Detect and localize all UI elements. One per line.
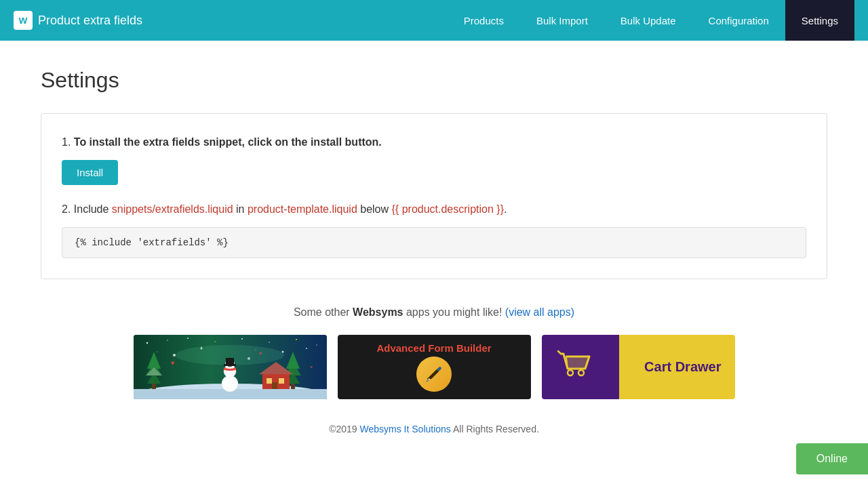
logo-icon: w <box>14 11 33 30</box>
apps-grid: ♥ ♥ ♥ Advanced Form Builder <box>41 335 827 399</box>
svg-text:♥: ♥ <box>310 365 313 369</box>
settings-card: 1. To install the extra fields snippet, … <box>41 113 827 279</box>
svg-point-1 <box>146 342 147 344</box>
svg-point-25 <box>222 375 238 392</box>
svg-rect-19 <box>152 384 156 389</box>
svg-point-9 <box>157 351 157 352</box>
nav-products[interactable]: Products <box>448 0 520 41</box>
step2-liquid-code: {{ product.description }} <box>392 203 504 215</box>
online-button[interactable]: Online <box>796 443 868 474</box>
app-card-holiday[interactable]: ♥ ♥ ♥ <box>134 335 327 399</box>
brand-name: Websyms <box>353 306 403 318</box>
nav-bulk-update[interactable]: Bulk Update <box>604 0 692 41</box>
svg-point-7 <box>296 339 297 340</box>
svg-point-12 <box>306 348 307 349</box>
svg-point-4 <box>214 341 215 342</box>
svg-point-41 <box>281 351 283 353</box>
svg-point-3 <box>187 338 189 339</box>
header: w Product extra fields Products Bulk Imp… <box>0 0 868 41</box>
svg-rect-30 <box>226 358 234 365</box>
company-link[interactable]: Websyms It Solutions <box>360 424 451 434</box>
svg-point-40 <box>248 357 250 360</box>
svg-text:♥: ♥ <box>259 350 262 357</box>
svg-text:♥: ♥ <box>171 359 175 367</box>
svg-rect-31 <box>224 364 236 366</box>
svg-point-39 <box>200 348 202 350</box>
svg-point-5 <box>241 338 242 340</box>
main-nav: Products Bulk Import Bulk Update Configu… <box>448 0 854 41</box>
nav-configuration[interactable]: Configuration <box>692 0 785 41</box>
step2-text: 2. Include snippets/extrafields.liquid i… <box>62 201 806 218</box>
main-content: Settings 1. To install the extra fields … <box>0 41 868 475</box>
nav-settings[interactable]: Settings <box>785 0 854 41</box>
svg-rect-24 <box>291 384 295 389</box>
form-builder-icon <box>416 357 452 392</box>
footer: ©2019 Websyms It Solutions All Rights Re… <box>41 410 827 448</box>
svg-rect-36 <box>272 382 277 389</box>
app-card-form-builder[interactable]: Advanced Form Builder <box>338 335 531 399</box>
app-name: Product extra fields <box>38 14 142 28</box>
cart-drawer-title: Cart Drawer <box>644 359 721 375</box>
svg-rect-35 <box>279 378 284 384</box>
svg-point-47 <box>578 370 584 375</box>
apps-tagline: Some other Websyms apps you might like! … <box>41 306 827 319</box>
svg-point-8 <box>316 344 317 345</box>
svg-rect-34 <box>267 378 272 384</box>
page-title: Settings <box>41 68 827 93</box>
code-block: {% include 'extrafields' %} <box>62 227 806 258</box>
svg-point-6 <box>269 342 270 343</box>
step2-file2: product-template.liquid <box>248 203 357 215</box>
svg-point-38 <box>173 354 176 357</box>
view-all-apps-link[interactable]: (view all apps) <box>505 306 574 318</box>
form-builder-title: Advanced Form Builder <box>376 342 491 354</box>
step1-text: 1. To install the extra fields snippet, … <box>62 134 806 150</box>
step2-file1: snippets/extrafields.liquid <box>112 203 233 215</box>
nav-bulk-import[interactable]: Bulk Import <box>520 0 604 41</box>
app-logo: w Product extra fields <box>14 11 448 30</box>
app-card-cart-drawer[interactable]: Cart Drawer <box>542 335 735 399</box>
apps-section: Some other Websyms apps you might like! … <box>41 306 827 399</box>
cart-drawer-icon <box>555 344 593 390</box>
install-button[interactable]: Install <box>62 160 118 185</box>
svg-point-46 <box>568 370 573 375</box>
svg-point-2 <box>167 340 168 341</box>
